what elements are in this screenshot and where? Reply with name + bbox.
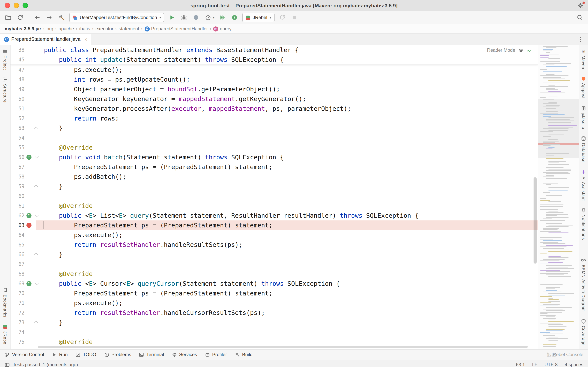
code-line-69[interactable]: 69↑ public <E> Cursor<E> queryCursor(Sta… [10, 279, 538, 288]
code-line-45[interactable]: 45 public int update(Statement statement… [10, 55, 538, 65]
fold-end-icon[interactable] [33, 185, 39, 188]
code-line-47[interactable]: 47 ps.execute(); [10, 65, 538, 75]
line-number[interactable]: 48 [10, 77, 25, 83]
right-stripe-item-jclasslib[interactable]: jclasslib [581, 102, 586, 132]
code-editor[interactable]: Reader Mode 38public class PreparedState… [10, 45, 538, 349]
line-number[interactable]: 60 [10, 193, 25, 199]
search-everywhere-icon[interactable] [576, 13, 584, 22]
code-line-60[interactable]: 60 [10, 191, 538, 201]
left-stripe-item-jrebel[interactable]: JRebel [2, 321, 8, 349]
line-number[interactable]: 63 [10, 222, 25, 228]
line-number[interactable]: 56 [10, 154, 25, 160]
run-button[interactable] [168, 13, 176, 22]
code-line-68[interactable]: 68 @Override [10, 269, 538, 279]
line-number[interactable]: 68 [10, 271, 25, 277]
code-line-58[interactable]: 58 ps.addBatch(); [10, 172, 538, 182]
minimap[interactable] [538, 45, 579, 349]
line-number[interactable]: 52 [10, 116, 25, 121]
code-line-64[interactable]: 64 ps.execute(); [10, 230, 538, 240]
profiler-chevron-icon[interactable]: ▾ [213, 16, 215, 19]
breadcrumb-item-ibatis[interactable]: ibatis [79, 26, 90, 32]
code-line-62[interactable]: 62↑ public <E> List<E> query(Statement s… [10, 211, 538, 220]
line-number[interactable]: 70 [10, 290, 25, 296]
code-line-65[interactable]: 65 return resultSetHandler.handleResultS… [10, 240, 538, 250]
line-number[interactable]: 71 [10, 300, 25, 306]
line-number[interactable]: 76 [10, 349, 25, 349]
inspections-check-icon[interactable] [527, 48, 532, 53]
override-marker-icon[interactable]: ↑ [25, 155, 33, 160]
line-separator[interactable]: LF [532, 362, 538, 367]
code-line-66[interactable]: 66 } [10, 250, 538, 259]
code-line-63[interactable]: 63 PreparedStatement ps = (PreparedState… [10, 220, 538, 230]
breadcrumb-item-mybatis-3-5-9-jar[interactable]: mybatis-3.5.9.jar [5, 26, 41, 32]
right-stripe-item-notifications[interactable]: Notifications [581, 204, 586, 243]
breadcrumb-item-preparedstatementhandler[interactable]: CPreparedStatementHandler [144, 26, 208, 32]
code-line-55[interactable]: 55 @Override [10, 143, 538, 152]
code-line-54[interactable]: 54 [10, 133, 538, 143]
fold-end-icon[interactable] [33, 253, 39, 256]
breadcrumb-item-apache[interactable]: apache [59, 26, 74, 32]
horizontal-scrollbar[interactable] [38, 346, 528, 348]
right-stripe-item-bpmn-activiti-diagram[interactable]: BPMN-Activiti-Diagram [581, 254, 586, 315]
line-number[interactable]: 75 [10, 339, 25, 345]
jrebel-debug-button[interactable] [230, 13, 239, 22]
jrebel-run-button[interactable] [218, 13, 227, 22]
line-number[interactable]: 74 [10, 329, 25, 335]
line-number[interactable]: 47 [10, 67, 25, 73]
caret-position[interactable]: 63:1 [516, 362, 525, 367]
code-line-71[interactable]: 71 ps.execute(); [10, 298, 538, 308]
left-stripe-item-bookmarks[interactable]: Bookmarks [2, 284, 8, 321]
code-line-74[interactable]: 74 [10, 327, 538, 337]
code-line-72[interactable]: 72 return resultSetHandler.handleCursorR… [10, 308, 538, 318]
line-number[interactable]: 57 [10, 164, 25, 170]
line-number[interactable]: 58 [10, 174, 25, 180]
tool-window-button-todo[interactable]: TODO [76, 352, 96, 357]
override-marker-icon[interactable]: ↑ [25, 281, 33, 286]
vertical-scrollbar[interactable] [534, 177, 537, 264]
jrebel-select[interactable]: JRebel ▾ [242, 13, 275, 22]
line-number[interactable]: 54 [10, 135, 25, 141]
tab-preparedstatementhandler[interactable]: C PreparedStatementHandler.java × [0, 34, 92, 45]
tool-window-button-problems[interactable]: Problems [104, 352, 131, 357]
fold-start-icon[interactable] [33, 214, 39, 217]
code-line-59[interactable]: 59 } [10, 182, 538, 191]
left-stripe-item-project[interactable]: Project [2, 45, 8, 74]
fold-end-icon[interactable] [33, 321, 39, 324]
line-number[interactable]: 69 [10, 281, 25, 286]
override-marker-icon[interactable]: ↑ [25, 213, 33, 218]
tool-window-button-version-control[interactable]: Version Control [5, 352, 44, 357]
right-stripe-item-maven[interactable]: mMaven [581, 45, 586, 73]
close-tab-icon[interactable]: × [84, 36, 87, 42]
tool-window-button-build[interactable]: Build [235, 352, 252, 357]
line-number[interactable]: 51 [10, 106, 25, 112]
tab-options-icon[interactable]: ⋮ [573, 34, 588, 45]
fold-start-icon[interactable] [33, 156, 39, 158]
code-line-50[interactable]: 50 KeyGenerator keyGenerator = mappedSta… [10, 94, 538, 104]
close-window-button[interactable] [5, 3, 10, 8]
line-number[interactable]: 61 [10, 203, 25, 209]
code-line-73[interactable]: 73 } [10, 318, 538, 327]
line-number[interactable]: 66 [10, 251, 25, 257]
line-number[interactable]: 49 [10, 86, 25, 92]
code-line-51[interactable]: 51 keyGenerator.processAfter(executor, m… [10, 104, 538, 114]
sync-icon[interactable] [16, 13, 25, 22]
line-number[interactable]: 72 [10, 310, 25, 316]
line-number[interactable]: 59 [10, 184, 25, 189]
line-number[interactable]: 55 [10, 145, 25, 150]
run-with-coverage-button[interactable] [192, 13, 201, 22]
fold-start-icon[interactable] [33, 282, 39, 285]
highlighting-eye-icon[interactable] [518, 48, 523, 53]
line-number[interactable]: 62 [10, 213, 25, 218]
profiler-button[interactable] [204, 13, 212, 22]
right-stripe-item-ai-assistant[interactable]: AI Assistant [581, 166, 586, 204]
tool-window-toggle-icon[interactable] [5, 362, 10, 367]
line-number[interactable]: 38 [10, 47, 25, 53]
build-hammer-icon[interactable] [57, 13, 66, 22]
code-line-53[interactable]: 53 } [10, 123, 538, 133]
line-number[interactable]: 45 [10, 57, 25, 63]
code-line-52[interactable]: 52 return rows; [10, 114, 538, 123]
open-project-icon[interactable] [4, 13, 12, 22]
tool-window-button-services[interactable]: Services [172, 352, 197, 357]
fold-end-icon[interactable] [33, 127, 39, 129]
tool-window-button-jrebel-console[interactable]: 掘金JRebel Console [550, 352, 583, 357]
